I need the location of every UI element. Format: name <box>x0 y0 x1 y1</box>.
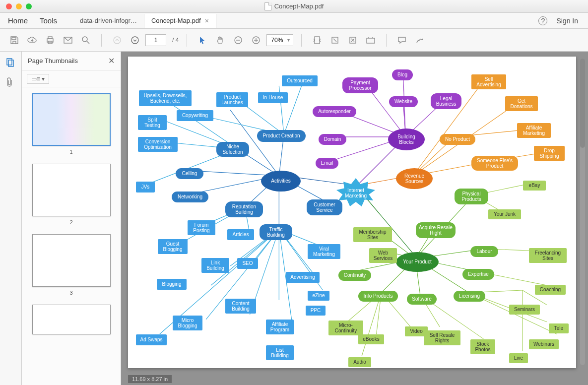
node-tele: Tele <box>549 323 569 333</box>
node-forum: Forum Posting <box>188 220 215 235</box>
node-getdon: Get Donations <box>505 96 538 111</box>
sidebar-header: Page Thumbnails ✕ <box>22 52 121 70</box>
node-info: Info Products <box>358 291 398 302</box>
node-ppc: PPC <box>306 306 326 316</box>
node-articles: Articles <box>227 229 254 240</box>
thumbnail-4[interactable] <box>32 305 111 334</box>
svg-point-4 <box>82 37 87 42</box>
zoom-select[interactable]: 70% <box>266 34 293 46</box>
close-tab-icon[interactable]: × <box>205 17 209 25</box>
title-text: Concept-Map.pdf <box>274 2 324 10</box>
hand-icon[interactable] <box>213 33 228 48</box>
node-celling: Celling <box>176 168 203 179</box>
fit-page-icon[interactable] <box>310 33 325 48</box>
node-content: Content Building <box>225 299 256 314</box>
print-icon[interactable] <box>43 33 58 48</box>
node-physical: Physical Products <box>455 189 488 204</box>
menu-tools[interactable]: Tools <box>34 13 63 28</box>
document-tabs: data-driven-infogr… Concept-Map.pdf× <box>73 14 216 28</box>
node-copywriting: Copywriting <box>177 110 213 121</box>
fit-width-icon[interactable] <box>327 33 342 48</box>
zoom-out-icon[interactable] <box>231 33 246 48</box>
node-conversion: Conversion Optimization <box>138 137 178 152</box>
node-licensing: Licensing <box>454 291 485 302</box>
thumbnail-options[interactable]: ▭≡ ▾ <box>27 74 49 84</box>
node-sellresale: Sell Resale Rights <box>424 330 460 345</box>
node-seo: SEO <box>237 258 258 269</box>
content-area: Page Thumbnails ✕ ▭≡ ▾ 1 2 3 <box>0 52 588 385</box>
tab-concept-map[interactable]: Concept-Map.pdf× <box>144 14 216 28</box>
pdf-file-icon <box>264 2 271 10</box>
node-expertise: Expertise <box>462 269 494 280</box>
node-autoresponder: Autoresponder <box>313 106 356 117</box>
left-rail <box>0 52 22 385</box>
node-jvs: JVs <box>136 182 155 192</box>
node-advertising: Advertising <box>286 272 320 283</box>
node-blogging: Blogging <box>157 279 187 290</box>
scrollbar-thumb[interactable] <box>580 59 585 148</box>
tab-data-driven[interactable]: data-driven-infogr… <box>73 14 144 28</box>
svg-rect-1 <box>48 37 52 39</box>
node-affmkt: Affiliate Marketing <box>517 123 551 138</box>
read-mode-icon[interactable] <box>363 33 378 48</box>
node-payment: Payment Processor <box>342 77 378 93</box>
comment-icon[interactable] <box>394 33 409 48</box>
close-window-icon[interactable] <box>6 3 12 9</box>
signin-button[interactable]: Sign In <box>556 17 578 25</box>
viewer-scrollbar[interactable] <box>580 59 585 365</box>
minimize-window-icon[interactable] <box>16 3 22 9</box>
window-titlebar: Concept-Map.pdf <box>0 0 588 13</box>
node-webinars: Webinars <box>529 339 559 349</box>
save-icon[interactable] <box>7 33 22 48</box>
thumbnails-panel-icon[interactable] <box>5 58 16 68</box>
menu-home[interactable]: Home <box>2 13 34 28</box>
node-stock: Stock Photos <box>470 339 495 354</box>
thumbnails-list: 1 2 3 <box>22 87 121 385</box>
thumbnail-3[interactable]: 3 <box>32 234 111 296</box>
rotate-icon[interactable] <box>345 33 360 48</box>
cloud-icon[interactable] <box>25 33 40 48</box>
thumbnails-sidebar: Page Thumbnails ✕ ▭≡ ▾ 1 2 3 <box>22 52 121 385</box>
attachments-panel-icon[interactable] <box>5 77 16 88</box>
node-affprog: Affiliate Program <box>266 320 294 334</box>
node-freelance: Freelancing Sites <box>529 248 567 263</box>
svg-point-5 <box>114 37 121 44</box>
zoom-in-icon[interactable] <box>249 33 263 48</box>
node-audio: Audio <box>348 357 371 367</box>
node-your-product: Your Product <box>396 252 439 272</box>
node-building-blocks: Building Blocks <box>388 128 425 150</box>
document-viewer[interactable]: Activities Internet Marketing Building B… <box>121 52 588 385</box>
node-micro: Micro Blogging <box>173 316 202 330</box>
toolbar: / 4 70% <box>0 29 588 52</box>
thumbnail-2[interactable]: 2 <box>32 164 111 225</box>
search-icon[interactable] <box>78 33 93 48</box>
node-someone: Someone Else's Product <box>471 156 518 171</box>
node-networking: Networking <box>172 192 208 202</box>
node-revenue-sources: Revenue Sources <box>396 168 433 189</box>
sign-icon[interactable] <box>412 33 427 48</box>
pointer-icon[interactable] <box>195 33 210 48</box>
close-sidebar-icon[interactable]: ✕ <box>108 56 115 65</box>
signin-area: ? Sign In <box>538 16 586 25</box>
node-outsourced: Outsourced <box>282 75 318 86</box>
node-continuity: Continuity <box>338 270 371 281</box>
page-number-input[interactable] <box>145 34 166 46</box>
node-list: List Building <box>266 345 294 360</box>
email-icon[interactable] <box>61 33 75 48</box>
node-software: Software <box>407 294 437 305</box>
help-icon[interactable]: ? <box>538 16 547 25</box>
thumbnail-1[interactable]: 1 <box>32 93 111 155</box>
svg-point-6 <box>131 37 138 44</box>
page-down-icon[interactable] <box>128 33 142 48</box>
node-ebooks: eBooks <box>358 334 384 344</box>
node-seminars: Seminars <box>509 305 540 315</box>
node-email: Email <box>316 158 338 169</box>
node-link: Link Building <box>201 258 229 273</box>
page-up-icon[interactable] <box>110 33 125 48</box>
node-coaching: Coaching <box>535 285 566 295</box>
node-product-launches: Product Launches <box>216 92 248 107</box>
page-total: / 4 <box>172 37 179 44</box>
maximize-window-icon[interactable] <box>26 3 32 9</box>
node-drop: Drop Shipping <box>534 146 565 161</box>
node-domain: Domain <box>319 134 346 145</box>
